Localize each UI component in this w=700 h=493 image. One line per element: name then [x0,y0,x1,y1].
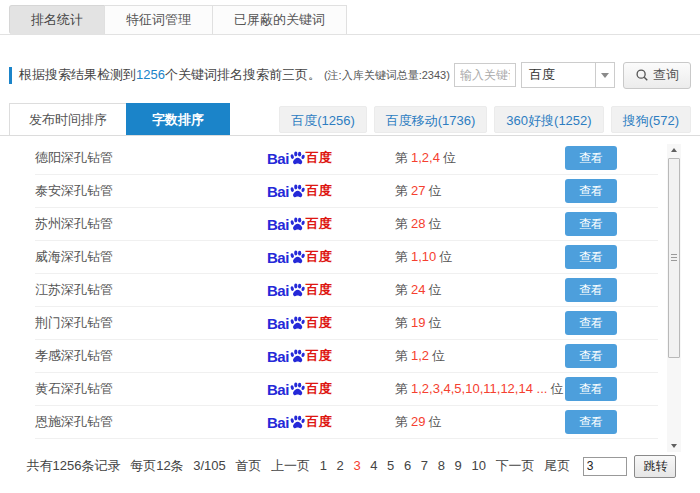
filter-sogou[interactable]: 搜狗(572) [611,106,691,133]
jump-page-input[interactable] [583,457,627,476]
view-button[interactable]: 查看 [565,311,617,335]
table-row: 黄石深孔钻管 Bai 百度 第1,2,3,4,5,10,11,12,14 ...… [35,373,658,406]
baidu-logo: Bai 百度 [267,380,395,398]
baidu-paw-icon [289,282,306,298]
tab-blocked-keywords[interactable]: 已屏蔽的关键词 [212,5,347,34]
rank-prefix: 第 [395,348,408,363]
baidu-logo-du: 百度 [306,149,332,167]
baidu-logo-du: 百度 [306,248,332,266]
rank-prefix: 第 [395,183,408,198]
baidu-logo-bai: Bai [267,183,289,200]
baidu-logo-bai: Bai [267,414,289,431]
baidu-logo-du: 百度 [306,182,332,200]
scroll-down-icon[interactable] [667,440,681,452]
page-number-4[interactable]: 4 [370,458,377,473]
rank-suffix: 位 [550,381,563,396]
page-number-8[interactable]: 8 [438,458,445,473]
view-button[interactable]: 查看 [565,410,617,434]
pagination-per-page: 每页12条 [130,458,183,473]
keyword-label: 孝感深孔钻管 [35,347,267,365]
table-row: 威海深孔钻管 Bai 百度 第1,10位 查看 [35,241,658,274]
jump-button[interactable]: 跳转 [634,455,676,478]
action-cell: 查看 [565,146,658,170]
keyword-search-input[interactable] [454,63,516,87]
rank-suffix: 位 [443,150,456,165]
rank-value: 1,2,3,4,5,10,11,12,14 ... [411,381,547,396]
rank-value: 19 [411,315,425,330]
rank-value: 24 [411,282,425,297]
page-number-3-current[interactable]: 3 [353,458,360,473]
baidu-paw-icon [289,315,306,331]
table-row: 孝感深孔钻管 Bai 百度 第1,2位 查看 [35,340,658,373]
summary-note: (注:入库关键词总量:2343) [324,68,450,83]
action-cell: 查看 [565,344,658,368]
rank-cell: 第1,2,3,4,5,10,11,12,14 ...位 [395,380,565,398]
page-number-10[interactable]: 10 [471,458,485,473]
view-button[interactable]: 查看 [565,377,617,401]
page-number-2[interactable]: 2 [337,458,344,473]
baidu-paw-icon [289,249,306,265]
search-icon [635,68,649,82]
engine-select[interactable]: 百度 [521,62,615,88]
rank-value: 1,2,4 [411,150,440,165]
query-button-label: 查询 [653,66,679,84]
baidu-logo-du: 百度 [306,314,332,332]
pagination-next[interactable]: 下一页 [496,458,535,473]
rank-cell: 第29位 [395,413,565,431]
view-button[interactable]: 查看 [565,146,617,170]
rank-suffix: 位 [432,348,445,363]
baidu-paw-icon [289,348,306,364]
rank-value: 1,10 [411,249,436,264]
page-number-1[interactable]: 1 [320,458,327,473]
baidu-paw-icon [289,150,306,166]
baidu-logo-du: 百度 [306,281,332,299]
table-row: 德阳深孔钻管 Bai 百度 第1,2,4位 查看 [35,142,658,175]
baidu-logo: Bai 百度 [267,248,395,266]
rank-prefix: 第 [395,216,408,231]
pagination-prev[interactable]: 上一页 [271,458,310,473]
summary-count: 1256 [136,67,165,82]
page-number-9[interactable]: 9 [455,458,462,473]
keyword-label: 威海深孔钻管 [35,248,267,266]
tab-ranking-stats[interactable]: 排名统计 [9,5,105,34]
pagination: 共有1256条记录 每页12条 3/105 首页 上一页 1 2 3 4 5 6… [0,455,700,478]
filter-baidu-mobile[interactable]: 百度移动(1736) [374,106,488,133]
action-cell: 查看 [565,377,658,401]
view-button[interactable]: 查看 [565,344,617,368]
query-button[interactable]: 查询 [623,62,691,89]
scroll-up-icon[interactable] [667,144,681,156]
scrollbar[interactable] [667,144,681,452]
baidu-logo-bai: Bai [267,282,289,299]
rank-suffix: 位 [428,315,441,330]
rank-prefix: 第 [395,315,408,330]
chevron-down-icon[interactable] [595,63,614,87]
filter-360[interactable]: 360好搜(1252) [494,106,603,133]
keyword-label: 恩施深孔钻管 [35,413,267,431]
rank-value: 27 [411,183,425,198]
rank-suffix: 位 [428,183,441,198]
filter-baidu[interactable]: 百度(1256) [279,106,367,133]
baidu-logo-bai: Bai [267,381,289,398]
rank-prefix: 第 [395,282,408,297]
view-button[interactable]: 查看 [565,212,617,236]
keyword-table: 德阳深孔钻管 Bai 百度 第1,2,4位 查看 泰安深孔钻管 Bai [9,136,691,439]
sort-row: 发布时间排序 字数排序 百度(1256) 百度移动(1736) 360好搜(12… [0,103,700,136]
page-number-5[interactable]: 5 [387,458,394,473]
tab-sort-by-time[interactable]: 发布时间排序 [9,103,127,135]
tab-feature-words[interactable]: 特征词管理 [104,5,213,34]
tab-sort-by-wordcount[interactable]: 字数排序 [126,103,230,135]
pagination-first[interactable]: 首页 [235,458,261,473]
action-cell: 查看 [565,410,658,434]
rank-cell: 第28位 [395,215,565,233]
pagination-last[interactable]: 尾页 [544,458,570,473]
page-number-6[interactable]: 6 [404,458,411,473]
view-button[interactable]: 查看 [565,278,617,302]
summary-row: 根据搜索结果检测到1256个关键词排名搜索前三页。 (注:入库关键词总量:234… [9,61,691,89]
view-button[interactable]: 查看 [565,179,617,203]
view-button[interactable]: 查看 [565,245,617,269]
scrollbar-thumb[interactable] [668,158,680,358]
page-number-7[interactable]: 7 [421,458,428,473]
rank-suffix: 位 [428,282,441,297]
baidu-logo: Bai 百度 [267,281,395,299]
engine-select-value: 百度 [522,66,595,84]
